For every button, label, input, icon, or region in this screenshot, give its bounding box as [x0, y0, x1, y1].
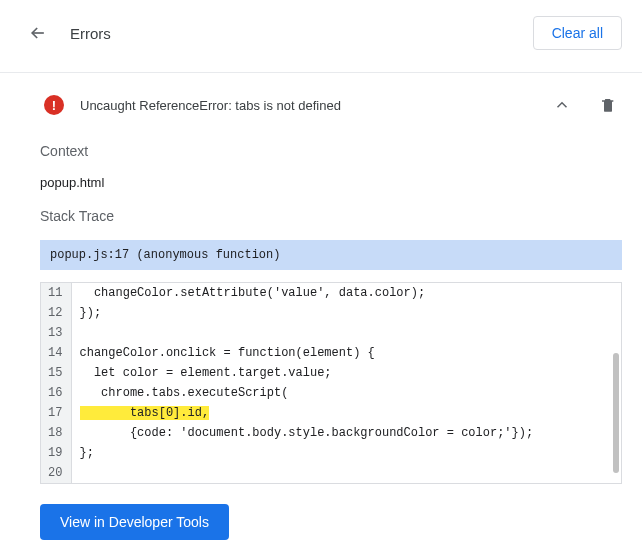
content: ! Uncaught ReferenceError: tabs is not d… — [0, 73, 642, 559]
code-text: }; — [71, 443, 621, 463]
code-line: 13 — [41, 323, 621, 343]
delete-error-button[interactable] — [594, 91, 622, 119]
scrollbar[interactable] — [613, 353, 619, 473]
code-line: 12}); — [41, 303, 621, 323]
trash-icon — [600, 96, 616, 114]
stack-location[interactable]: popup.js:17 (anonymous function) — [40, 240, 622, 270]
code-text: chrome.tabs.executeScript( — [71, 383, 621, 403]
code-text: let color = element.target.value; — [71, 363, 621, 383]
line-number: 18 — [41, 423, 71, 443]
code-line: 17 tabs[0].id, — [41, 403, 621, 423]
code-text: changeColor.onclick = function(element) … — [71, 343, 621, 363]
code-text: {code: 'document.body.style.backgroundCo… — [71, 423, 621, 443]
code-text: }); — [71, 303, 621, 323]
chevron-up-icon — [553, 96, 571, 114]
context-label: Context — [40, 143, 622, 159]
collapse-button[interactable] — [548, 91, 576, 119]
code-line: 18 {code: 'document.body.style.backgroun… — [41, 423, 621, 443]
code-line: 14changeColor.onclick = function(element… — [41, 343, 621, 363]
page-title: Errors — [70, 25, 533, 42]
code-text: changeColor.setAttribute('value', data.c… — [71, 283, 621, 303]
line-number: 17 — [41, 403, 71, 423]
line-number: 13 — [41, 323, 71, 343]
code-text — [71, 323, 621, 343]
clear-all-button[interactable]: Clear all — [533, 16, 622, 50]
line-number: 15 — [41, 363, 71, 383]
code-table: 11 changeColor.setAttribute('value', dat… — [41, 283, 621, 483]
context-value: popup.html — [40, 175, 622, 190]
page-header: Errors Clear all — [0, 0, 642, 62]
arrow-left-icon — [28, 23, 48, 43]
code-line: 16 chrome.tabs.executeScript( — [41, 383, 621, 403]
view-in-devtools-button[interactable]: View in Developer Tools — [40, 504, 229, 540]
stack-trace-label: Stack Trace — [40, 208, 622, 224]
code-line: 15 let color = element.target.value; — [41, 363, 621, 383]
line-number: 16 — [41, 383, 71, 403]
code-line: 20 — [41, 463, 621, 483]
line-number: 11 — [41, 283, 71, 303]
error-icon: ! — [44, 95, 64, 115]
code-line: 11 changeColor.setAttribute('value', dat… — [41, 283, 621, 303]
error-message: Uncaught ReferenceError: tabs is not def… — [80, 98, 548, 113]
code-viewer: 11 changeColor.setAttribute('value', dat… — [40, 282, 622, 484]
line-number: 19 — [41, 443, 71, 463]
back-button[interactable] — [26, 21, 50, 45]
code-text: tabs[0].id, — [71, 403, 621, 423]
error-header-row: ! Uncaught ReferenceError: tabs is not d… — [40, 73, 622, 133]
line-number: 12 — [41, 303, 71, 323]
code-line: 19}; — [41, 443, 621, 463]
line-number: 20 — [41, 463, 71, 483]
line-number: 14 — [41, 343, 71, 363]
code-text — [71, 463, 621, 483]
